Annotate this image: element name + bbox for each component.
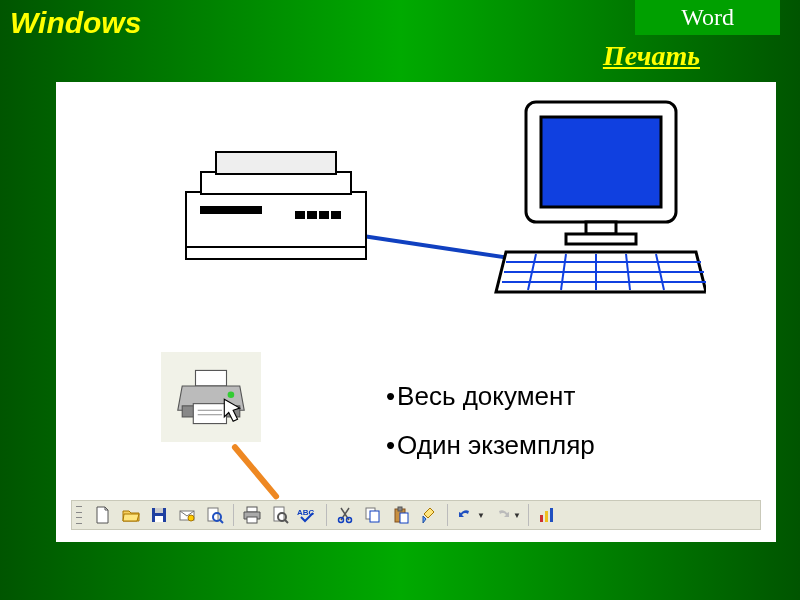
svg-line-35	[220, 520, 223, 523]
svg-rect-37	[247, 517, 257, 523]
toolbar-separator	[447, 504, 448, 526]
toolbar-separator	[233, 504, 234, 526]
svg-rect-8	[332, 212, 340, 218]
copy-icon[interactable]	[360, 502, 386, 528]
toolbar-grip[interactable]	[76, 504, 84, 526]
callout-line	[231, 443, 281, 500]
svg-rect-30	[155, 516, 163, 522]
new-document-icon[interactable]	[90, 502, 116, 528]
spellcheck-icon[interactable]: ABC	[295, 502, 321, 528]
chart-icon[interactable]	[534, 502, 560, 528]
svg-rect-7	[320, 212, 328, 218]
undo-dropdown[interactable]: ▼	[477, 511, 487, 520]
toolbar-separator	[528, 504, 529, 526]
svg-rect-11	[541, 117, 661, 207]
print-action-icon	[161, 352, 261, 442]
svg-rect-49	[540, 515, 543, 522]
svg-point-32	[188, 515, 194, 521]
app-label: Word	[681, 4, 734, 31]
print-icon[interactable]	[239, 502, 265, 528]
svg-rect-9	[201, 207, 261, 213]
svg-rect-13	[566, 234, 636, 244]
format-painter-icon[interactable]	[416, 502, 442, 528]
content-panel: Весь документ Один экземпляр ABC	[56, 82, 776, 542]
svg-point-27	[228, 391, 235, 398]
print-options-list: Весь документ Один экземпляр	[386, 372, 595, 471]
printer-computer-diagram	[106, 92, 706, 312]
svg-rect-47	[398, 507, 402, 511]
svg-rect-3	[201, 172, 351, 194]
list-item: Один экземпляр	[386, 421, 595, 470]
svg-rect-50	[545, 511, 548, 522]
search-icon[interactable]	[202, 502, 228, 528]
paste-icon[interactable]	[388, 502, 414, 528]
undo-icon[interactable]	[453, 502, 479, 528]
save-disk-icon[interactable]	[146, 502, 172, 528]
svg-text:ABC: ABC	[297, 508, 315, 517]
svg-rect-48	[400, 513, 408, 523]
svg-rect-1	[186, 192, 366, 247]
redo-icon[interactable]	[489, 502, 515, 528]
toolbar-separator	[326, 504, 327, 526]
svg-rect-22	[196, 370, 227, 386]
list-item: Весь документ	[386, 372, 595, 421]
word-toolbar: ABC ▼ ▼	[71, 500, 761, 530]
open-folder-icon[interactable]	[118, 502, 144, 528]
svg-rect-6	[308, 212, 316, 218]
redo-dropdown[interactable]: ▼	[513, 511, 523, 520]
svg-rect-12	[586, 222, 616, 234]
svg-rect-4	[216, 152, 336, 174]
mail-icon[interactable]	[174, 502, 200, 528]
app-label-box: Word	[635, 0, 780, 35]
cut-icon[interactable]	[332, 502, 358, 528]
svg-rect-45	[370, 511, 379, 522]
print-preview-icon[interactable]	[267, 502, 293, 528]
svg-rect-51	[550, 508, 553, 522]
svg-rect-24	[193, 404, 226, 424]
svg-rect-2	[186, 247, 366, 259]
slide-title-left: Windows	[8, 6, 141, 40]
svg-line-40	[285, 520, 288, 523]
svg-rect-29	[155, 508, 163, 513]
section-subtitle: Печать	[603, 40, 700, 72]
svg-rect-36	[247, 507, 257, 512]
svg-rect-5	[296, 212, 304, 218]
